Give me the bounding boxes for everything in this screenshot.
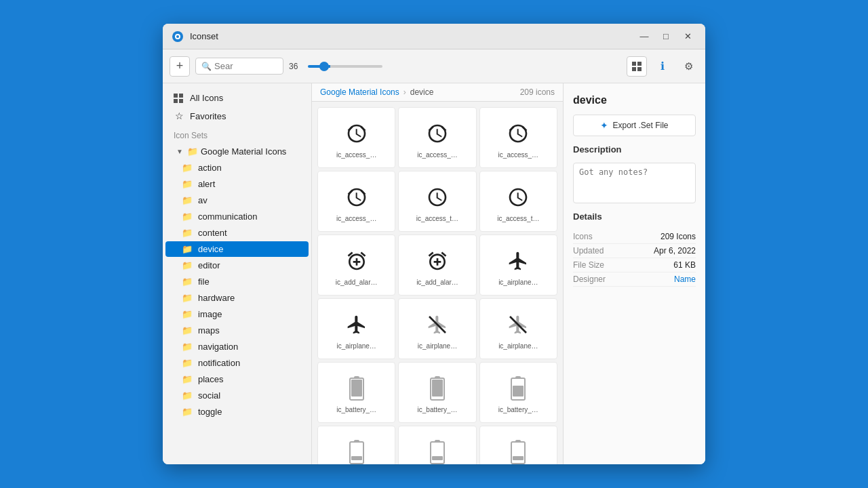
icon-cell[interactable]: ic_access_… <box>479 107 557 168</box>
folder-label: notification <box>198 358 240 368</box>
folder-icon: 📁 <box>182 325 193 336</box>
folder-icon: 📁 <box>182 179 193 189</box>
icon-cell[interactable]: ic_airplane… <box>479 298 557 359</box>
folder-label: editor <box>198 260 220 270</box>
export-button[interactable]: ✦ Export .Set File <box>573 115 696 136</box>
svg-rect-8 <box>179 94 183 98</box>
svg-rect-24 <box>351 456 362 460</box>
icon-cell[interactable]: ic_add_alar… <box>317 235 395 296</box>
sidebar-item-favorites[interactable]: ☆ Favorites <box>165 107 309 125</box>
sidebar-folder-av[interactable]: 📁 av <box>165 192 309 208</box>
app-icon <box>171 30 184 43</box>
maximize-button[interactable]: □ <box>656 29 675 44</box>
detail-value[interactable]: Name <box>674 274 696 284</box>
sidebar-folder-notification[interactable]: 📁 notification <box>165 355 309 371</box>
grid-view-button[interactable] <box>627 56 647 77</box>
icon-cell[interactable]: ic_battery_… <box>479 426 557 464</box>
sidebar-folder-action[interactable]: 📁 action <box>165 160 309 176</box>
icon-cell[interactable]: ic_add_alar… <box>398 235 476 296</box>
icon-cell[interactable]: ic_access_… <box>398 107 476 168</box>
app-title: Iconset <box>190 31 635 41</box>
add-button[interactable]: + <box>170 56 190 77</box>
icon-label: ic_battery_… <box>418 406 458 413</box>
sidebar-folder-editor[interactable]: 📁 editor <box>165 258 309 273</box>
icon-cell[interactable]: ic_battery_… <box>398 426 476 464</box>
icon-label: ic_access_… <box>417 151 457 159</box>
detail-key: Icons <box>573 232 593 241</box>
icon-label: ic_add_alar… <box>336 279 378 286</box>
icon-label: ic_access_… <box>336 151 376 159</box>
svg-rect-26 <box>431 442 444 464</box>
icon-image <box>505 439 532 465</box>
sidebar-item-all-icons[interactable]: All Icons <box>165 89 309 106</box>
detail-row: Designer Name <box>573 272 696 287</box>
folder-label: action <box>198 163 222 173</box>
minimize-button[interactable]: — <box>635 29 654 44</box>
detail-value: Apr 6, 2022 <box>654 246 696 256</box>
description-textarea[interactable] <box>573 163 696 203</box>
folder-icon: 📁 <box>182 407 193 417</box>
info-button[interactable]: ℹ <box>652 56 673 77</box>
icon-image <box>505 247 532 274</box>
icon-cell[interactable]: ic_access_… <box>317 171 395 232</box>
icon-cell[interactable]: ic_airplane… <box>398 298 476 359</box>
folder-list: 📁 action 📁 alert 📁 av 📁 communication 📁 … <box>163 160 311 420</box>
folder-icon: 📁 <box>182 342 193 352</box>
svg-point-2 <box>176 35 179 38</box>
icon-cell[interactable]: ic_battery_… <box>479 362 557 423</box>
svg-rect-21 <box>513 386 524 396</box>
content-area: All Icons ☆ Favorites Icon Sets ▼ 📁 Goog… <box>163 83 705 464</box>
sidebar-folder-communication[interactable]: 📁 communication <box>165 209 309 224</box>
sidebar-folder-hardware[interactable]: 📁 hardware <box>165 290 309 306</box>
svg-rect-27 <box>432 456 443 460</box>
folder-label: file <box>198 277 210 287</box>
search-input[interactable] <box>214 61 275 71</box>
folder-icon: 📁 <box>182 358 193 368</box>
icon-image <box>424 247 451 274</box>
sidebar-folder-maps[interactable]: 📁 maps <box>165 323 309 338</box>
settings-button[interactable]: ⚙ <box>678 56 698 77</box>
icon-sets-label: Icon Sets <box>163 125 311 143</box>
svg-rect-23 <box>350 442 363 464</box>
icon-image <box>505 120 532 147</box>
icon-label: ic_airplane… <box>498 342 538 350</box>
folder-label: toggle <box>198 407 222 417</box>
icon-cell[interactable]: ic_access_t… <box>398 171 476 232</box>
sidebar-folder-device[interactable]: 📁 device <box>165 241 309 257</box>
icon-image <box>343 120 370 147</box>
sidebar-folder-content[interactable]: 📁 content <box>165 225 309 241</box>
detail-row: Updated Apr 6, 2022 <box>573 244 696 258</box>
icon-image <box>343 311 370 338</box>
icon-cell[interactable]: ic_battery_… <box>317 426 395 464</box>
close-button[interactable]: ✕ <box>678 29 697 44</box>
folder-icon: 📁 <box>182 293 193 303</box>
icon-cell[interactable]: ic_airplane… <box>479 235 557 296</box>
icon-cell[interactable]: ic_battery_… <box>398 362 476 423</box>
breadcrumb-root[interactable]: Google Material Icons <box>320 87 399 97</box>
folder-icon: 📁 <box>182 195 193 205</box>
icon-cell[interactable]: ic_access_… <box>317 107 395 168</box>
sidebar-folder-social[interactable]: 📁 social <box>165 388 309 403</box>
detail-key: Updated <box>573 246 604 256</box>
grid-icon <box>631 61 642 72</box>
icon-image <box>343 439 370 465</box>
sidebar-folder-alert[interactable]: 📁 alert <box>165 176 309 192</box>
icon-label: ic_add_alar… <box>416 279 458 286</box>
icon-image <box>343 375 370 402</box>
icon-cell[interactable]: ic_battery_… <box>317 362 395 423</box>
zoom-slider[interactable] <box>308 65 382 68</box>
sidebar-folder-file[interactable]: 📁 file <box>165 274 309 289</box>
sidebar-folder-image[interactable]: 📁 image <box>165 306 309 322</box>
icon-label: ic_airplane… <box>498 279 538 286</box>
detail-key: Designer <box>573 274 606 284</box>
sidebar-folder-toggle[interactable]: 📁 toggle <box>165 404 309 420</box>
icon-cell[interactable]: ic_access_t… <box>479 171 557 232</box>
sidebar-folder-places[interactable]: 📁 places <box>165 371 309 387</box>
folder-label: image <box>198 309 222 319</box>
sidebar-folder-navigation[interactable]: 📁 navigation <box>165 339 309 354</box>
google-material-label: Google Material Icons <box>201 146 286 157</box>
icon-cell[interactable]: ic_airplane… <box>317 298 395 359</box>
folder-label: maps <box>198 325 220 336</box>
sidebar-item-google-material[interactable]: ▼ 📁 Google Material Icons <box>165 144 309 159</box>
icon-label: ic_access_… <box>498 151 538 159</box>
